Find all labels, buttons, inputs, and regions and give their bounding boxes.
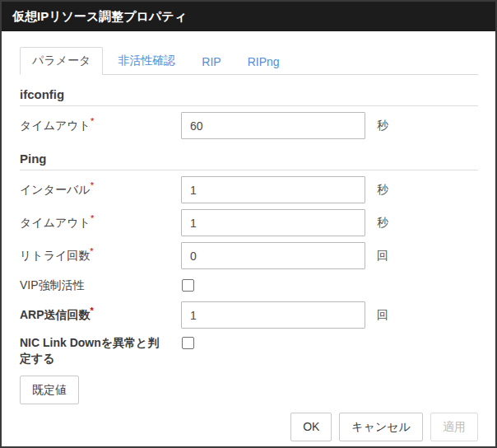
tab-bar: パラメータ 非活性確認 RIP RIPng xyxy=(20,47,478,75)
ifconfig-timeout-unit: 秒 xyxy=(377,119,388,133)
row-ping-retry-count: リトライ回数* 回 xyxy=(20,242,478,269)
ping-interval-unit: 秒 xyxy=(377,183,388,198)
arp-send-count-input[interactable] xyxy=(181,301,365,329)
ping-timeout-input[interactable] xyxy=(181,209,365,236)
ping-timeout-unit: 秒 xyxy=(377,216,388,231)
row-arp-send-count: ARP送信回数* 回 xyxy=(20,301,478,329)
virtual-ip-tuning-properties-dialog: 仮想IPリソース調整プロパティ パラメータ 非活性確認 RIP RIPng if… xyxy=(0,0,497,448)
cancel-button[interactable]: キャンセル xyxy=(339,413,423,441)
tab-parameter[interactable]: パラメータ xyxy=(20,47,103,75)
required-asterisk: * xyxy=(91,213,94,223)
label-text: タイムアウト xyxy=(20,119,91,132)
dialog-titlebar: 仮想IPリソース調整プロパティ xyxy=(2,2,495,31)
section-heading-ifconfig: ifconfig xyxy=(20,87,478,106)
ping-retry-count-label: リトライ回数* xyxy=(20,248,181,264)
dialog-footer: OK キャンセル 適用 xyxy=(20,404,478,441)
row-vip-forced-activation: VIP強制活性 xyxy=(20,278,478,293)
nic-link-down-checkbox[interactable] xyxy=(182,337,194,349)
ping-retry-count-input[interactable] xyxy=(181,242,365,269)
default-button-row: 既定値 xyxy=(20,376,478,404)
tab-deactivation-check[interactable]: 非活性確認 xyxy=(106,48,187,74)
row-ifconfig-timeout: タイムアウト* 秒 xyxy=(20,112,478,139)
required-asterisk: * xyxy=(90,246,93,256)
apply-button[interactable]: 適用 xyxy=(430,413,478,441)
row-ping-interval: インターバル* 秒 xyxy=(20,176,478,203)
required-asterisk: * xyxy=(91,180,94,190)
row-ping-timeout: タイムアウト* 秒 xyxy=(20,209,478,236)
required-asterisk: * xyxy=(91,116,94,126)
default-values-button[interactable]: 既定値 xyxy=(20,376,79,404)
label-text: タイムアウト xyxy=(20,216,91,229)
section-heading-ping: Ping xyxy=(20,152,478,170)
tab-ripng[interactable]: RIPng xyxy=(236,49,291,74)
ok-button[interactable]: OK xyxy=(290,413,332,441)
ping-interval-label: インターバル* xyxy=(20,182,181,198)
vip-forced-activation-label: VIP強制活性 xyxy=(20,278,181,293)
arp-send-count-unit: 回 xyxy=(377,308,388,323)
required-asterisk: * xyxy=(91,306,94,315)
ping-retry-count-unit: 回 xyxy=(377,249,388,264)
nic-link-down-label: NIC Link Downを異常と判定する xyxy=(20,335,181,366)
ping-timeout-label: タイムアウト* xyxy=(20,215,181,231)
dialog-content: パラメータ 非活性確認 RIP RIPng ifconfig タイムアウト* 秒… xyxy=(2,31,495,448)
ifconfig-timeout-label: タイムアウト* xyxy=(20,118,181,133)
row-nic-link-down: NIC Link Downを異常と判定する xyxy=(20,335,478,366)
tab-rip[interactable]: RIP xyxy=(190,49,232,74)
arp-send-count-label: ARP送信回数* xyxy=(20,307,181,323)
label-text: インターバル xyxy=(20,183,91,196)
label-text: ARP送信回数 xyxy=(20,308,91,321)
vip-forced-activation-checkbox[interactable] xyxy=(182,279,194,292)
ifconfig-timeout-input[interactable] xyxy=(181,112,365,139)
ping-interval-input[interactable] xyxy=(181,176,365,203)
label-text: リトライ回数 xyxy=(20,249,90,262)
